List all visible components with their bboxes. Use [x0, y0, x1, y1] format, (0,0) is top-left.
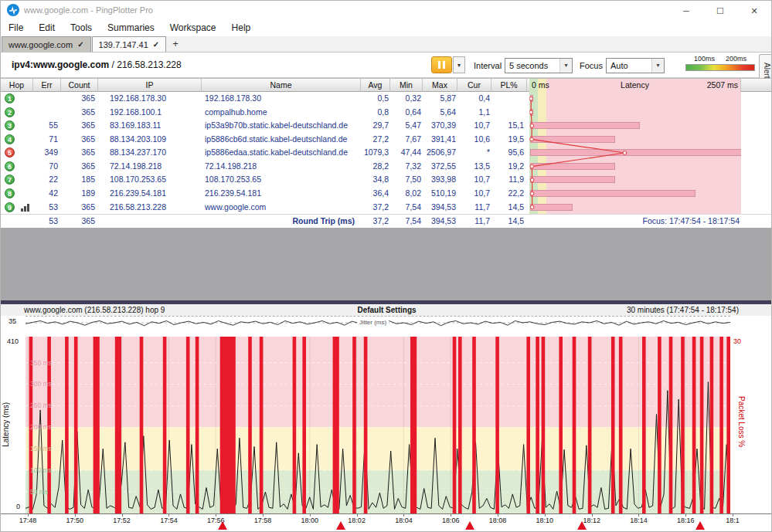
close-button[interactable]: ✕	[737, 1, 771, 21]
hop-status-dot: 9	[5, 202, 15, 212]
hop-row-6[interactable]: 67036572.14.198.21872.14.198.21828,27,32…	[1, 160, 772, 174]
min-cell: 7,32	[389, 160, 421, 174]
legend-100ms-label: 100ms	[694, 55, 715, 63]
roundtrip-cur: 11,7	[456, 215, 490, 228]
max-cell: 5,87	[421, 92, 456, 106]
tab-www.google.com[interactable]: www.google.com✓	[2, 36, 91, 52]
err-cell: 53	[33, 201, 58, 215]
new-target-button[interactable]: +	[166, 36, 185, 52]
minimize-button[interactable]: ─	[669, 1, 703, 21]
tab-bar: www.google.com✓139.7.147.41✓+	[1, 36, 771, 53]
hop-cell: 8	[1, 187, 33, 201]
name-cell: 192.168.178.30	[202, 92, 361, 106]
header-min[interactable]: Min	[390, 79, 423, 92]
hop-row-8[interactable]: 842189216.239.54.181216.239.54.18136,48,…	[1, 187, 772, 201]
hop-row-9[interactable]: 953365216.58.213.228www.google.com37,27,…	[1, 201, 772, 215]
latency-range-bar	[530, 149, 741, 156]
ip-cell: 72.14.198.218	[98, 160, 202, 174]
header-count[interactable]: Count	[61, 79, 98, 92]
latency-bar-cell	[529, 173, 741, 187]
focus-select[interactable]: Auto ▾	[606, 58, 665, 73]
menu-item-tools[interactable]: Tools	[63, 19, 100, 36]
alert-marker-icon[interactable]	[577, 521, 587, 530]
x-tick-label: 17:54	[160, 517, 178, 524]
latency-range-bar	[530, 176, 615, 183]
title-bar[interactable]: www.google.com - PingPlotter Pro ─ ☐ ✕	[1, 1, 771, 19]
header-max[interactable]: Max	[423, 79, 457, 92]
name-cell: 108.170.253.65	[202, 173, 361, 187]
menu-item-workspace[interactable]: Workspace	[162, 19, 224, 36]
pl-cell	[490, 106, 524, 120]
pause-button[interactable]	[431, 56, 452, 73]
menu-item-help[interactable]: Help	[224, 19, 259, 36]
chevron-down-icon: ▾	[457, 62, 461, 69]
avg-cell: 37,2	[358, 201, 389, 215]
header-pl[interactable]: PL%	[491, 79, 527, 92]
latency-range-bar	[530, 190, 695, 197]
count-cell: 365	[61, 146, 95, 160]
latency-range-bar	[530, 136, 615, 143]
err-cell: 42	[33, 187, 58, 201]
max-cell: 510,19	[421, 187, 456, 201]
pl-cell: 95,6	[490, 146, 524, 160]
interval-select[interactable]: 5 seconds ▾	[505, 58, 573, 73]
tab-139.7.147.41[interactable]: 139.7.147.41✓	[92, 36, 167, 52]
ip-cell: 216.239.54.181	[98, 187, 202, 201]
toolbar: ipv4:www.google.com / 216.58.213.228 ▾ I…	[1, 53, 771, 78]
tab-label: www.google.com	[9, 40, 73, 49]
header-name[interactable]: Name	[202, 79, 361, 92]
jitter-strip-chart[interactable]: Jitter (ms)	[26, 316, 730, 337]
maximize-button[interactable]: ☐	[703, 1, 737, 21]
err-cell: 22	[33, 173, 58, 187]
header-latency[interactable]: 0 ms Latency 2507 ms	[529, 79, 741, 92]
alert-marker-icon[interactable]	[465, 521, 474, 530]
pl-cell	[490, 92, 524, 106]
pl-cell: 11,9	[490, 173, 524, 187]
legend-gradient-bar	[685, 64, 755, 71]
menu-item-edit[interactable]: Edit	[31, 19, 63, 36]
alert-marker-icon[interactable]	[695, 521, 705, 530]
roundtrip-err: 53	[33, 215, 58, 228]
focus-value: Auto	[607, 61, 651, 70]
hop-row-5[interactable]: 534936588.134.237.170ip5886edaa.static.k…	[1, 146, 772, 160]
name-cell: ip53a9b70b.static.kabel-deutschland.de	[202, 119, 361, 133]
count-cell: 189	[61, 187, 95, 201]
latency-time-graph[interactable]: 350 ms300 ms250 ms200 ms150 ms100 ms50 m…	[26, 337, 730, 513]
graphed-hop-icon	[21, 204, 29, 212]
ip-cell: 108.170.253.65	[98, 173, 202, 187]
trace-table-body: 1365192.168.178.30192.168.178.300,50,325…	[1, 92, 772, 214]
latency-bar-cell	[529, 187, 741, 201]
hop-row-4[interactable]: 47136588.134.203.109ip5886cb6d.static.ka…	[1, 133, 772, 147]
hop-status-dot: 8	[5, 188, 15, 198]
header-cur[interactable]: Cur	[457, 79, 491, 92]
hop-cell: 5	[1, 146, 33, 160]
menu-item-file[interactable]: File	[1, 19, 31, 36]
hop-row-1[interactable]: 1365192.168.178.30192.168.178.300,50,325…	[1, 92, 772, 106]
min-cell: 7,67	[389, 133, 421, 147]
min-cell: 8,02	[389, 187, 421, 201]
header-avg[interactable]: Avg	[361, 79, 390, 92]
pause-icon	[438, 61, 445, 69]
header-err[interactable]: Err	[33, 79, 61, 92]
hop-row-2[interactable]: 2365192.168.100.1compalhub.home0,80,645,…	[1, 106, 772, 120]
hop-status-dot: 5	[5, 147, 15, 158]
hop-row-3[interactable]: 35536583.169.183.11ip53a9b70b.static.kab…	[1, 119, 772, 133]
checkmark-icon: ✓	[153, 40, 159, 49]
alert-marker-icon[interactable]	[336, 521, 345, 530]
x-tick-label: 18:08	[489, 517, 507, 524]
menu-item-summaries[interactable]: Summaries	[100, 19, 162, 36]
interval-label: Interval	[474, 61, 502, 70]
tab-label: 139.7.147.41	[99, 40, 148, 49]
pause-dropdown-button[interactable]: ▾	[453, 56, 465, 73]
hop-status-dot: 2	[5, 107, 15, 117]
alert-marker-icon[interactable]	[218, 521, 227, 530]
latency-column-title: Latency	[529, 79, 740, 92]
header-hop[interactable]: Hop	[1, 79, 33, 92]
x-tick-label: 18:04	[395, 517, 413, 524]
name-cell: www.google.com	[202, 201, 361, 215]
hop-row-7[interactable]: 722185108.170.253.65108.170.253.6534,87,…	[1, 173, 772, 187]
name-cell: 72.14.198.218	[202, 160, 361, 174]
latency-axis-min: 0	[16, 503, 20, 510]
err-cell	[33, 92, 58, 106]
header-ip[interactable]: IP	[98, 79, 202, 92]
